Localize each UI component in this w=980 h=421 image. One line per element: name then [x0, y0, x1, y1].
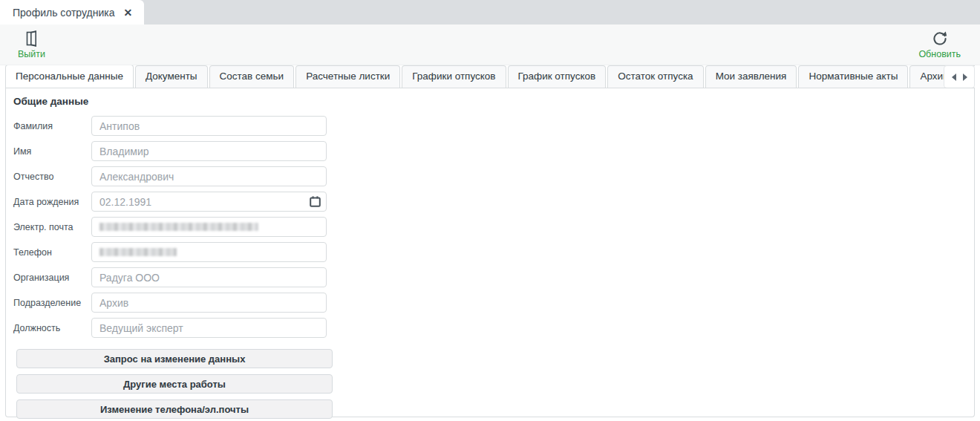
department-label: Подразделение [13, 298, 91, 308]
tab-scroller [944, 65, 975, 88]
organization-field[interactable] [91, 267, 327, 287]
calendar-icon[interactable] [310, 196, 321, 207]
change-phone-email-button[interactable]: Изменение телефона/эл.почты [16, 399, 333, 419]
window-tab-employee-profile[interactable]: Профиль сотрудника ✕ [0, 0, 144, 25]
section-title: Общие данные [13, 96, 974, 107]
phone-label: Телефон [13, 247, 91, 258]
tab-scroll-right-icon[interactable] [963, 74, 967, 81]
redacted-phone-value [99, 248, 177, 256]
tab-documents[interactable]: Документы [135, 65, 208, 88]
organization-label: Организация [13, 272, 91, 283]
redacted-email-value [99, 223, 258, 231]
position-label: Должность [13, 323, 91, 333]
middle-name-label: Отчество [13, 172, 91, 182]
first-name-field[interactable] [91, 141, 327, 161]
email-label: Электр. почта [13, 222, 91, 232]
birth-date-field[interactable] [91, 192, 327, 212]
middle-name-field[interactable] [91, 166, 327, 186]
form-row: Имя [13, 141, 974, 161]
form-row: Электр. почта [13, 217, 974, 237]
other-workplaces-button[interactable]: Другие места работы [16, 374, 333, 394]
form-row: Фамилия [13, 116, 974, 136]
exit-door-icon [24, 30, 40, 48]
form-row: Должность [13, 318, 974, 338]
tab-vacation-schedules[interactable]: Графики отпусков [402, 65, 506, 88]
tab-personal-data[interactable]: Персональные данные [5, 65, 134, 88]
tab-scroll-left-icon[interactable] [952, 74, 956, 81]
first-name-label: Имя [13, 146, 91, 157]
last-name-field[interactable] [91, 116, 327, 136]
form-row: Телефон [13, 242, 974, 262]
department-field[interactable] [91, 293, 327, 313]
close-icon[interactable]: ✕ [123, 7, 132, 18]
tab-bar: Персональные данные Документы Состав сем… [5, 65, 975, 88]
tab-regulations[interactable]: Нормативные акты [798, 65, 908, 88]
refresh-button-label: Обновить [918, 49, 961, 59]
toolbar: Выйти Обновить [0, 25, 980, 65]
exit-button-label: Выйти [18, 49, 45, 59]
birth-date-label: Дата рождения [13, 197, 91, 207]
tab-family[interactable]: Состав семьи [209, 65, 295, 88]
form-row: Отчество [13, 166, 974, 186]
last-name-label: Фамилия [13, 121, 91, 131]
form-row: Дата рождения [13, 192, 974, 212]
form-row: Организация [13, 267, 974, 287]
refresh-icon [931, 30, 949, 48]
form-row: Подразделение [13, 293, 974, 313]
tab-my-applications[interactable]: Мои заявления [705, 65, 797, 88]
window-tab-strip: Профиль сотрудника ✕ [0, 0, 980, 25]
exit-button[interactable]: Выйти [18, 30, 45, 59]
window-tab-title: Профиль сотрудника [13, 7, 114, 19]
personal-data-panel: Общие данные Фамилия Имя Отчество Дата р… [5, 88, 975, 417]
tab-vacation-balance[interactable]: Остаток отпуска [607, 65, 703, 88]
request-data-change-button[interactable]: Запрос на изменение данных [16, 349, 333, 368]
tab-vacation-schedule[interactable]: График отпусков [508, 65, 607, 88]
tab-payslips[interactable]: Расчетные листки [295, 65, 400, 88]
refresh-button[interactable]: Обновить [918, 30, 961, 59]
position-field[interactable] [91, 318, 327, 338]
